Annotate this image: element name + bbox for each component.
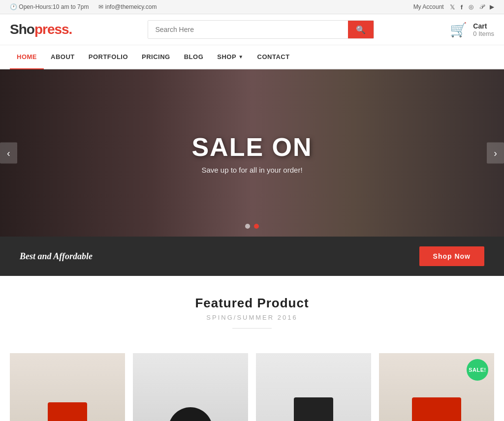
product-card-4[interactable]: SALE! [379,353,494,421]
product-card-1[interactable] [10,353,125,421]
slider-next-button[interactable]: › [487,143,504,164]
slider-prev-button[interactable]: ‹ [0,143,17,164]
nav-item-home[interactable]: HOME [10,45,44,69]
instagram-icon[interactable]: ◎ [469,3,473,10]
hero-section: ‹ › SALE ON Save up to for all in your o… [0,69,504,237]
product-item-visual-4 [412,397,461,421]
product-image-1 [10,353,125,421]
site-logo[interactable]: Shopress. [10,22,72,37]
shop-now-button[interactable]: Shop Now [419,246,484,266]
search-button[interactable]: 🔍 [348,21,374,38]
search-icon: 🔍 [356,26,366,34]
featured-subtitle: SPING/SUMMER 2016 [10,314,494,321]
email-info: ✉ info@themeicy.com [98,3,157,10]
nav-item-about[interactable]: ABOUT [44,45,82,68]
product-image-2 [133,353,248,421]
cart-area[interactable]: 🛒 Cart 0 Items [450,22,494,38]
top-bar-right: My Account 𝕏 f ◎ 𝒫 ▶ [413,3,494,11]
sale-badge: SALE! [467,359,488,381]
cart-info: Cart 0 Items [473,22,494,37]
nav-item-portfolio[interactable]: PORTFOLIO [82,45,135,68]
banner-strip: Best and Affordable Shop Now [0,237,504,276]
product-image-3 [256,353,371,421]
product-image-4: SALE! [379,353,494,421]
nav-item-pricing[interactable]: PRICING [135,45,177,68]
hero-subtitle: Save up to for all in your order! [191,166,312,174]
facebook-icon[interactable]: f [461,3,463,11]
product-item-visual-3 [294,397,333,421]
youtube-icon[interactable]: ▶ [490,3,494,10]
product-item-visual-1 [48,402,87,421]
logo-text: Shopress. [10,22,72,37]
slider-dots [245,224,259,229]
main-nav: HOME ABOUT PORTFOLIO PRICING BLOG SHOP ▼… [0,45,504,69]
product-card-3[interactable] [256,353,371,421]
search-bar: 🔍 [148,20,374,39]
featured-divider [232,328,272,329]
top-bar: 🕐 Open-Hours:10 am to 7pm ✉ info@themeic… [0,0,504,14]
cart-icon: 🛒 [450,22,467,38]
hours-info: 🕐 Open-Hours:10 am to 7pm [10,3,89,10]
twitter-icon[interactable]: 𝕏 [450,3,455,11]
cart-label: Cart [473,22,494,30]
hero-content: SALE ON Save up to for all in your order… [191,132,312,174]
shop-dropdown-icon: ▼ [238,54,243,60]
slider-dot-1[interactable] [245,224,250,229]
banner-text: Best and Affordable [20,251,93,262]
slider-dot-2[interactable] [254,224,259,229]
nav-item-contact[interactable]: CONTACT [251,45,297,68]
email-icon: ✉ [98,3,103,10]
nav-item-blog[interactable]: BLOG [177,45,211,68]
featured-title: Featured Product [10,296,494,311]
search-input[interactable] [148,21,348,38]
hero-title: SALE ON [191,132,312,162]
my-account-link[interactable]: My Account [413,3,444,10]
site-header: Shopress. 🔍 🛒 Cart 0 Items [0,14,504,45]
product-grid: SALE! [0,353,504,421]
email-text: info@themeicy.com [105,3,157,10]
clock-icon: 🕐 [10,3,17,10]
featured-section: Featured Product SPING/SUMMER 2016 [0,276,504,353]
nav-item-shop[interactable]: SHOP ▼ [210,45,250,68]
product-item-visual-2 [168,407,213,421]
cart-count: 0 Items [473,30,494,37]
top-bar-left: 🕐 Open-Hours:10 am to 7pm ✉ info@themeic… [10,3,157,10]
pinterest-icon[interactable]: 𝒫 [479,3,484,11]
hours-text: Open-Hours:10 am to 7pm [19,3,89,10]
product-card-2[interactable] [133,353,248,421]
